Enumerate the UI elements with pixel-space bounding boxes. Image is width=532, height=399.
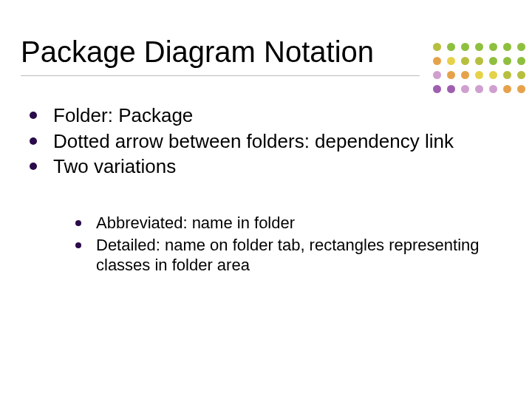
dot-icon bbox=[503, 57, 511, 65]
dot-icon bbox=[517, 71, 525, 79]
dot-icon bbox=[461, 71, 469, 79]
dot-icon bbox=[447, 85, 455, 93]
list-item: Dotted arrow between folders: dependency… bbox=[30, 129, 502, 154]
slide-title: Package Diagram Notation bbox=[21, 35, 374, 68]
title-underline bbox=[21, 75, 420, 76]
dot-icon bbox=[489, 71, 497, 79]
list-item-text: Folder: Package bbox=[53, 103, 502, 128]
dot-icon bbox=[447, 57, 455, 65]
decorative-dot-grid bbox=[433, 43, 529, 95]
dot-icon bbox=[433, 57, 441, 65]
dot-icon bbox=[517, 57, 525, 65]
dot-icon bbox=[461, 43, 469, 51]
dot-icon bbox=[475, 85, 483, 93]
dot-icon bbox=[461, 85, 469, 93]
list-item: Two variations bbox=[30, 154, 502, 179]
dot-icon bbox=[489, 85, 497, 93]
dot-icon bbox=[503, 85, 511, 93]
list-item: Abbreviated: name in folder bbox=[75, 213, 502, 233]
dot-icon bbox=[461, 57, 469, 65]
list-item: Detailed: name on folder tab, rectangles… bbox=[75, 235, 502, 276]
bullet-icon bbox=[30, 112, 37, 119]
dot-icon bbox=[489, 57, 497, 65]
bullet-icon bbox=[30, 163, 37, 170]
bullet-icon bbox=[30, 137, 37, 145]
bullet-icon bbox=[75, 220, 81, 226]
list-item-text: Abbreviated: name in folder bbox=[96, 213, 502, 233]
dot-icon bbox=[433, 71, 441, 79]
list-item-text: Dotted arrow between folders: dependency… bbox=[53, 129, 502, 154]
dot-icon bbox=[503, 43, 511, 51]
sub-bullet-list: Abbreviated: name in folder Detailed: na… bbox=[75, 213, 502, 277]
dot-icon bbox=[517, 85, 525, 93]
dot-icon bbox=[433, 43, 441, 51]
dot-icon bbox=[475, 43, 483, 51]
list-item-text: Detailed: name on folder tab, rectangles… bbox=[96, 235, 502, 276]
slide: Package Diagram Notation Folder: Package… bbox=[0, 0, 532, 399]
dot-icon bbox=[447, 71, 455, 79]
list-item-text: Two variations bbox=[53, 154, 502, 179]
dot-icon bbox=[475, 57, 483, 65]
list-item: Folder: Package bbox=[30, 103, 502, 128]
dot-icon bbox=[475, 71, 483, 79]
dot-icon bbox=[503, 71, 511, 79]
dot-icon bbox=[447, 43, 455, 51]
dot-icon bbox=[433, 85, 441, 93]
dot-icon bbox=[517, 43, 525, 51]
dot-icon bbox=[489, 43, 497, 51]
main-bullet-list: Folder: Package Dotted arrow between fol… bbox=[30, 103, 502, 180]
bullet-icon bbox=[75, 242, 81, 248]
